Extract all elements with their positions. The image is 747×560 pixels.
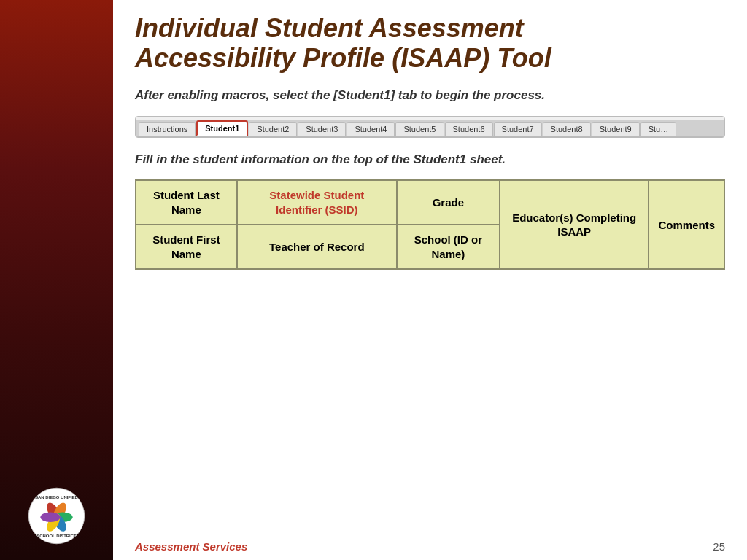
tab-student5[interactable]: Student5	[395, 122, 444, 136]
title-line1: Individual Student Assessment	[135, 13, 524, 43]
cell-comments: Comments	[649, 180, 724, 269]
main-content: Individual Student Assessment Accessibil…	[113, 0, 747, 560]
tab-student2[interactable]: Student2	[249, 122, 297, 136]
student-info-table: Student Last Name Statewide Student Iden…	[135, 179, 725, 270]
table-row-1: Student Last Name Statewide Student Iden…	[136, 180, 724, 225]
district-logo: SAN DIEGO UNIFIED SCHOOL DISTRICT	[26, 485, 88, 547]
footer: Assessment Services 25	[135, 534, 725, 553]
tab-bar-container: Instructions Student1 Student2 Student3 …	[135, 116, 725, 138]
page-title: Individual Student Assessment Accessibil…	[135, 13, 725, 74]
cell-school: School (ID or Name)	[397, 225, 500, 269]
tab-student4[interactable]: Student4	[347, 122, 395, 136]
title-line2: Accessibility Profile (ISAAP) Tool	[135, 43, 551, 73]
tab-student6[interactable]: Student6	[445, 122, 493, 136]
cell-grade: Grade	[397, 180, 500, 225]
tab-student7[interactable]: Student7	[494, 122, 542, 136]
tab-student1[interactable]: Student1	[196, 120, 248, 136]
instruction-1: After enabling macros, select the [Stude…	[135, 87, 725, 104]
cell-educator: Educator(s) Completing ISAAP	[500, 180, 649, 269]
tab-student9[interactable]: Student9	[592, 122, 640, 136]
tab-instructions[interactable]: Instructions	[139, 122, 196, 136]
svg-text:SCHOOL DISTRICT: SCHOOL DISTRICT	[36, 534, 77, 538]
cell-first-name: Student First Name	[136, 225, 237, 269]
svg-text:SAN DIEGO UNIFIED: SAN DIEGO UNIFIED	[35, 495, 78, 499]
tab-student-more[interactable]: Stu…	[640, 122, 677, 136]
cell-teacher-of-record: Teacher of Record	[237, 225, 397, 269]
svg-point-8	[40, 512, 60, 522]
cell-last-name: Student Last Name	[136, 180, 237, 225]
instruction-2: Fill in the student information on the t…	[135, 151, 725, 168]
tab-bar: Instructions Student1 Student2 Student3 …	[136, 120, 724, 137]
footer-page: 25	[713, 540, 725, 553]
footer-brand: Assessment Services	[135, 540, 247, 553]
cell-ssid: Statewide Student Identifier (SSID)	[237, 180, 397, 225]
tab-student3[interactable]: Student3	[298, 122, 346, 136]
tab-student8[interactable]: Student8	[543, 122, 591, 136]
sidebar: SAN DIEGO UNIFIED SCHOOL DISTRICT	[0, 0, 113, 560]
